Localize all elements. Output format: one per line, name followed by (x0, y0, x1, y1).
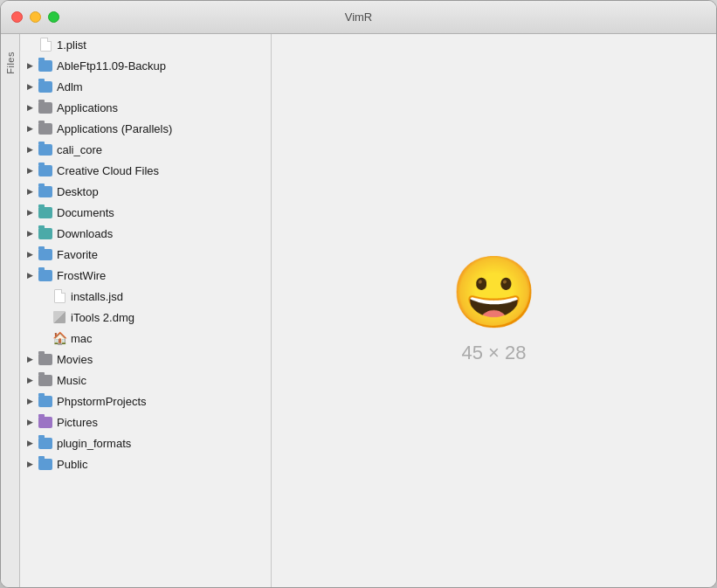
file-label-adlm: Adlm (57, 80, 83, 93)
file-icon-phpstorm (38, 393, 53, 409)
file-label-movies: Movies (57, 353, 93, 366)
file-label-public: Public (57, 458, 87, 471)
chevron-icon[interactable]: ▶ (24, 227, 36, 239)
chevron-placeholder (38, 332, 50, 344)
tree-item-ableftp[interactable]: ▶AbleFtp11.09-Backup (20, 55, 271, 76)
titlebar: VimR (1, 1, 716, 34)
file-icon-frostwire (38, 267, 53, 283)
file-icon-plugin-formats (38, 435, 53, 451)
tree-item-frostwire[interactable]: ▶FrostWire (20, 265, 271, 286)
app-window: VimR Files 1.plist▶AbleFtp11.09-Backup▶A… (0, 0, 717, 588)
tree-item-movies[interactable]: ▶Movies (20, 349, 271, 370)
tree-item-mac[interactable]: 🏠mac (20, 328, 271, 349)
window-buttons (11, 11, 59, 23)
chevron-icon[interactable]: ▶ (24, 143, 36, 156)
file-label-ableftp: AbleFtp11.09-Backup (57, 59, 166, 73)
tree-item-plist[interactable]: 1.plist (20, 34, 271, 55)
file-icon-pictures (38, 414, 53, 430)
chevron-icon[interactable]: ▶ (24, 206, 36, 218)
file-icon-downloads (38, 225, 53, 241)
chevron-icon[interactable]: ▶ (24, 164, 36, 176)
file-label-downloads: Downloads (57, 227, 113, 240)
file-label-itools: iTools 2.dmg (71, 311, 134, 324)
tree-item-music[interactable]: ▶Music (20, 370, 271, 391)
chevron-icon[interactable]: ▶ (24, 374, 36, 386)
tree-item-desktop[interactable]: ▶Desktop (20, 181, 271, 202)
file-icon-itools (52, 309, 67, 325)
chevron-placeholder (24, 38, 36, 51)
file-icon-ableftp (38, 58, 53, 73)
file-label-mac: mac (71, 332, 93, 345)
tree-item-creative-cloud[interactable]: ▶Creative Cloud Files (20, 160, 271, 181)
tree-item-pictures[interactable]: ▶Pictures (20, 412, 271, 432)
file-icon-documents (38, 204, 53, 220)
tree-item-cali-core[interactable]: ▶cali_core (20, 139, 271, 160)
file-icon-applications-parallels (38, 121, 53, 136)
minimize-button[interactable] (30, 11, 41, 23)
file-icon-adlm (38, 79, 53, 94)
tree-item-favorite[interactable]: ▶Favorite (20, 244, 271, 265)
chevron-icon[interactable]: ▶ (24, 353, 36, 365)
maximize-button[interactable] (48, 11, 59, 23)
file-icon-mac: 🏠 (52, 330, 67, 346)
file-icon-installs (52, 288, 67, 304)
chevron-placeholder (38, 290, 50, 302)
tree-item-public[interactable]: ▶Public (20, 453, 271, 474)
chevron-icon[interactable]: ▶ (24, 437, 36, 449)
file-label-applications-parallels: Applications (Parallels) (57, 122, 172, 135)
close-button[interactable] (11, 11, 23, 23)
tree-item-installs[interactable]: installs.jsd (20, 286, 271, 307)
main-content: Files 1.plist▶AbleFtp11.09-Backup▶Adlm▶A… (1, 34, 716, 587)
chevron-icon[interactable]: ▶ (24, 248, 36, 260)
file-icon-cali-core (38, 142, 53, 157)
file-icon-favorite (38, 246, 53, 262)
chevron-icon[interactable]: ▶ (24, 185, 36, 197)
tree-item-documents[interactable]: ▶Documents (20, 202, 271, 223)
chevron-icon[interactable]: ▶ (24, 416, 36, 428)
file-label-music: Music (57, 374, 86, 387)
tree-item-itools[interactable]: iTools 2.dmg (20, 307, 271, 328)
file-label-creative-cloud: Creative Cloud Files (57, 164, 159, 177)
sidebar-tab[interactable]: Files (1, 34, 20, 587)
file-label-plugin-formats: plugin_formats (57, 437, 131, 450)
file-icon-public (38, 456, 53, 472)
chevron-icon[interactable]: ▶ (24, 80, 36, 93)
file-label-favorite: Favorite (57, 248, 98, 261)
tree-item-applications-parallels[interactable]: ▶Applications (Parallels) (20, 118, 271, 139)
sidebar-tab-label: Files (5, 52, 16, 74)
file-label-cali-core: cali_core (57, 143, 102, 156)
emoji-icon: 😀 (451, 258, 538, 328)
chevron-icon[interactable]: ▶ (24, 122, 36, 135)
file-label-installs: installs.jsd (71, 290, 123, 303)
tree-item-applications[interactable]: ▶Applications (20, 97, 271, 118)
tree-item-adlm[interactable]: ▶Adlm (20, 76, 271, 97)
chevron-placeholder (38, 311, 50, 323)
file-tree[interactable]: 1.plist▶AbleFtp11.09-Backup▶Adlm▶Applica… (20, 34, 272, 587)
chevron-icon[interactable]: ▶ (24, 101, 36, 114)
chevron-icon[interactable]: ▶ (24, 395, 36, 407)
tree-item-phpstorm[interactable]: ▶PhpstormProjects (20, 391, 271, 412)
tree-item-plugin-formats[interactable]: ▶plugin_formats (20, 432, 271, 453)
file-icon-creative-cloud (38, 163, 53, 178)
chevron-icon[interactable]: ▶ (24, 458, 36, 470)
chevron-icon[interactable]: ▶ (24, 269, 36, 281)
file-label-frostwire: FrostWire (57, 269, 106, 282)
file-icon-plist (38, 37, 53, 52)
file-icon-music (38, 372, 53, 388)
tree-item-downloads[interactable]: ▶Downloads (20, 223, 271, 244)
file-label-pictures: Pictures (57, 416, 98, 429)
file-icon-desktop (38, 183, 53, 199)
file-label-desktop: Desktop (57, 185, 99, 198)
window-title: VimR (345, 10, 373, 24)
file-label-plist: 1.plist (57, 38, 86, 52)
preview-pane: 😀 45 × 28 (272, 34, 716, 587)
preview-dimensions: 45 × 28 (461, 342, 526, 364)
file-icon-movies (38, 351, 53, 367)
file-label-phpstorm: PhpstormProjects (57, 395, 147, 408)
chevron-icon[interactable]: ▶ (24, 59, 36, 72)
file-label-applications: Applications (57, 101, 118, 114)
file-icon-applications (38, 100, 53, 115)
file-label-documents: Documents (57, 206, 114, 219)
